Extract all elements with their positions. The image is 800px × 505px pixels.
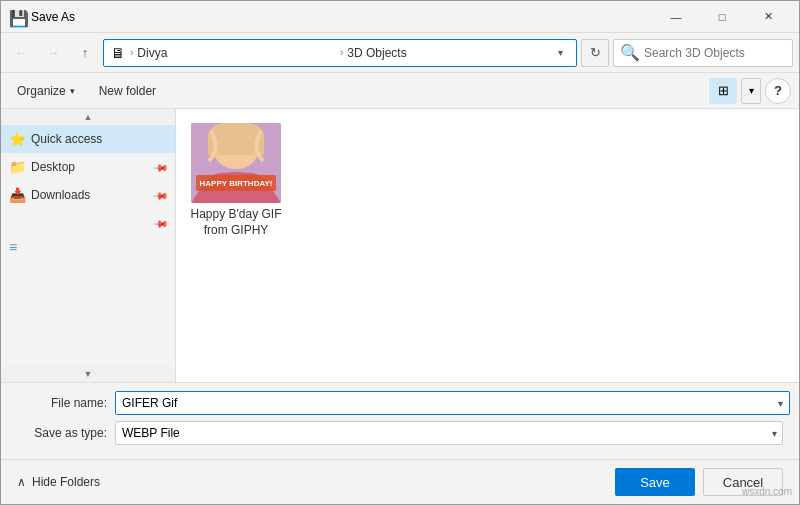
filename-input[interactable] bbox=[115, 391, 790, 415]
forward-button[interactable]: → bbox=[39, 39, 67, 67]
save-button[interactable]: Save bbox=[615, 468, 695, 496]
address-sep-2: › bbox=[340, 47, 343, 58]
back-button[interactable]: ← bbox=[7, 39, 35, 67]
hide-folders-label: Hide Folders bbox=[32, 475, 100, 489]
view-button[interactable]: ⊞ bbox=[709, 78, 737, 104]
downloads-pin-icon: 📌 bbox=[153, 187, 169, 203]
hide-folders-icon: ∧ bbox=[17, 475, 26, 489]
filename-row: File name: ▾ bbox=[17, 391, 783, 415]
svg-text:HAPPY BIRTHDAY!: HAPPY BIRTHDAY! bbox=[200, 179, 273, 188]
help-button[interactable]: ? bbox=[765, 78, 791, 104]
new-folder-button[interactable]: New folder bbox=[91, 78, 164, 104]
savetype-select-wrapper: WEBP File ▾ bbox=[115, 421, 783, 445]
scroll-down-arrow[interactable]: ▼ bbox=[1, 366, 175, 382]
toolbar: Organize ▾ New folder ⊞ ▾ ? bbox=[1, 73, 799, 109]
savetype-select[interactable]: WEBP File bbox=[115, 421, 783, 445]
action-bar: ∧ Hide Folders Save Cancel bbox=[1, 459, 799, 504]
savetype-label: Save as type: bbox=[17, 426, 107, 440]
title-bar: 💾 Save As — □ ✕ bbox=[1, 1, 799, 33]
address-folder: 3D Objects bbox=[347, 46, 546, 60]
sidebar-label-downloads: Downloads bbox=[31, 188, 90, 202]
title-bar-left: 💾 Save As bbox=[9, 9, 75, 25]
up-button[interactable]: ↑ bbox=[71, 39, 99, 67]
save-as-dialog: 💾 Save As — □ ✕ ← → ↑ 🖥 › Divya › 3D Obj… bbox=[0, 0, 800, 505]
list-item[interactable]: HAPPY BIRTHDAY! Happy B'day GIF from GIP… bbox=[186, 119, 286, 242]
sidebar-inner: ▲ ⭐ Quick access 📁 Desktop 📌 📥 Downloads bbox=[1, 109, 176, 382]
sidebar-item-desktop[interactable]: 📁 Desktop 📌 bbox=[1, 153, 175, 181]
thumbnail-image: HAPPY BIRTHDAY! bbox=[191, 123, 281, 203]
search-icon: 🔍 bbox=[620, 43, 640, 62]
address-root-icon: 🖥 bbox=[110, 45, 126, 61]
quick-access-icon: ⭐ bbox=[9, 131, 25, 147]
bottom-form: File name: ▾ Save as type: WEBP File ▾ bbox=[1, 382, 799, 459]
address-dropdown-arrow[interactable]: ▾ bbox=[550, 40, 570, 66]
address-sep-1: › bbox=[130, 47, 133, 58]
sidebar: ▲ ⭐ Quick access 📁 Desktop 📌 📥 Downloads bbox=[1, 109, 176, 382]
savetype-row: Save as type: WEBP File ▾ bbox=[17, 421, 783, 445]
organize-dropdown-icon: ▾ bbox=[70, 86, 75, 96]
sidebar-item-quick-access[interactable]: ⭐ Quick access bbox=[1, 125, 175, 153]
nav-bar: ← → ↑ 🖥 › Divya › 3D Objects ▾ ↻ 🔍 bbox=[1, 33, 799, 73]
sidebar-scroll: ▲ ⭐ Quick access 📁 Desktop 📌 📥 Downloads bbox=[1, 109, 175, 366]
watermark: wsxdn.com bbox=[742, 486, 792, 497]
thumbnail-svg: HAPPY BIRTHDAY! bbox=[191, 123, 281, 203]
sidebar-label-quick-access: Quick access bbox=[31, 132, 102, 146]
sidebar-label-desktop: Desktop bbox=[31, 160, 75, 174]
hide-folders-toggle[interactable]: ∧ Hide Folders bbox=[17, 475, 100, 489]
partial-icon: ≡ bbox=[9, 239, 17, 255]
filename-label: File name: bbox=[17, 396, 107, 410]
dialog-title: Save As bbox=[31, 10, 75, 24]
toolbar-right: ⊞ ▾ ? bbox=[709, 78, 791, 104]
organize-label: Organize bbox=[17, 84, 66, 98]
address-divya: Divya bbox=[137, 46, 336, 60]
downloads-icon: 📥 bbox=[9, 187, 25, 203]
minimize-button[interactable]: — bbox=[653, 1, 699, 33]
file-thumbnail: HAPPY BIRTHDAY! bbox=[191, 123, 281, 203]
sidebar-item-partial[interactable]: ≡ bbox=[1, 237, 175, 257]
organize-button[interactable]: Organize ▾ bbox=[9, 78, 83, 104]
refresh-button[interactable]: ↻ bbox=[581, 39, 609, 67]
title-bar-controls: — □ ✕ bbox=[653, 1, 791, 33]
search-input[interactable] bbox=[644, 46, 794, 60]
extra-pin-icon: 📌 bbox=[153, 215, 169, 231]
sidebar-item-extra[interactable]: 📌 bbox=[1, 209, 175, 237]
desktop-pin-icon: 📌 bbox=[153, 159, 169, 175]
address-bar[interactable]: 🖥 › Divya › 3D Objects ▾ bbox=[103, 39, 577, 67]
scroll-up-arrow[interactable]: ▲ bbox=[1, 109, 175, 125]
main-area: HAPPY BIRTHDAY! Happy B'day GIF from GIP… bbox=[176, 109, 799, 382]
view-icon: ⊞ bbox=[718, 83, 729, 98]
sidebar-item-downloads[interactable]: 📥 Downloads 📌 bbox=[1, 181, 175, 209]
view-dropdown-button[interactable]: ▾ bbox=[741, 78, 761, 104]
close-button[interactable]: ✕ bbox=[745, 1, 791, 33]
desktop-icon: 📁 bbox=[9, 159, 25, 175]
filename-dropdown-arrow[interactable]: ▾ bbox=[778, 398, 783, 409]
search-box[interactable]: 🔍 bbox=[613, 39, 793, 67]
maximize-button[interactable]: □ bbox=[699, 1, 745, 33]
dialog-icon: 💾 bbox=[9, 9, 25, 25]
file-name: Happy B'day GIF from GIPHY bbox=[190, 207, 282, 238]
content-area: ▲ ⭐ Quick access 📁 Desktop 📌 📥 Downloads bbox=[1, 109, 799, 382]
